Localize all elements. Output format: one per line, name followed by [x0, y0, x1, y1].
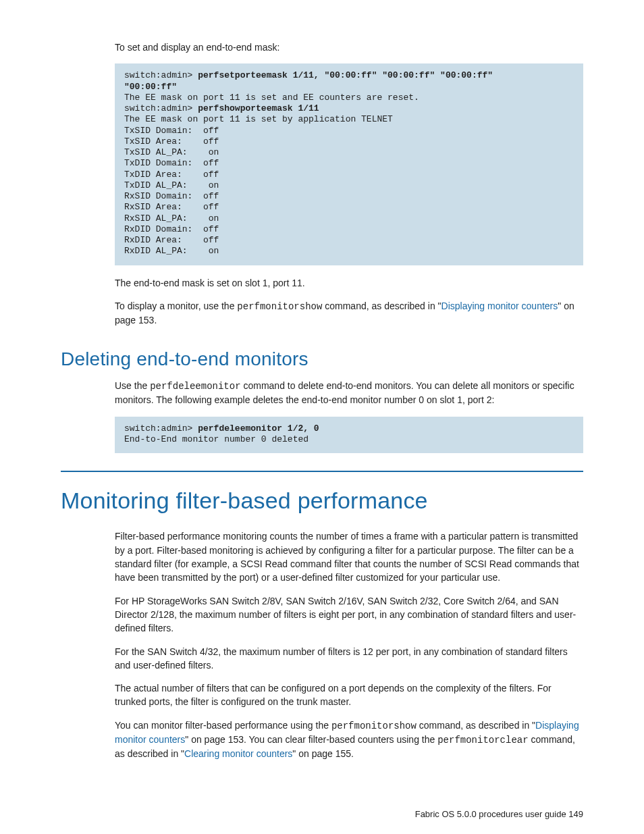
code-line: "00:00:ff": [124, 82, 177, 92]
code-line: RxDID Area: off: [124, 235, 219, 245]
code-line: TxDID AL_PA: on: [124, 180, 219, 190]
code-line: TxDID Area: off: [124, 170, 219, 180]
code-inline: perfmonitorshow: [237, 301, 322, 312]
section-divider: [61, 471, 583, 472]
code-line: perfshowporteemask 1/11: [198, 103, 319, 113]
code-line: End-to-End monitor number 0 deleted: [124, 434, 308, 444]
code-line: TxSID Domain: off: [124, 126, 219, 136]
heading-monitoring-filter-based: Monitoring filter-based performance: [61, 484, 583, 517]
body-text: For HP StorageWorks SAN Switch 2/8V, SAN…: [115, 594, 583, 635]
body-text: The end-to-end mask is set on slot 1, po…: [115, 276, 583, 290]
code-line: The EE mask on port 11 is set by applica…: [124, 114, 393, 124]
code-line: RxSID Domain: off: [124, 191, 219, 201]
code-line: switch:admin>: [124, 423, 198, 434]
body-text: Use the perfdeleemonitor command to dele…: [115, 379, 583, 407]
code-line: RxSID Area: off: [124, 202, 219, 212]
body-text: You can monitor filter-based performance…: [115, 719, 583, 761]
code-line: TxSID Area: off: [124, 136, 219, 147]
text-run: command, as described in ": [417, 720, 535, 731]
page-footer: Fabric OS 5.0.0 procedures user guide 14…: [61, 808, 583, 821]
body-text: The actual number of filters that can be…: [115, 681, 583, 709]
link-displaying-monitor-counters[interactable]: Displaying monitor counters: [441, 301, 558, 311]
code-line: RxDID AL_PA: on: [124, 246, 219, 256]
heading-deleting-ee-monitors: Deleting end-to-end monitors: [61, 346, 583, 373]
code-line: switch:admin>: [124, 103, 198, 113]
text-run: To display a monitor, use the: [115, 301, 237, 311]
code-line: perfsetporteemask 1/11, "00:00:ff" "00:0…: [198, 70, 493, 80]
code-line: RxDID Domain: off: [124, 224, 219, 234]
body-text: For the SAN Switch 4/32, the maximum num…: [115, 645, 583, 673]
code-line: switch:admin>: [124, 70, 198, 80]
text-run: " on page 155.: [292, 748, 354, 759]
code-line: TxSID AL_PA: on: [124, 147, 219, 157]
body-text: To display a monitor, use the perfmonito…: [115, 299, 583, 328]
text-run: You can monitor filter-based performance…: [115, 720, 331, 731]
code-inline: perfdeleemonitor: [150, 381, 240, 392]
code-inline: perfmonitorshow: [331, 721, 417, 731]
text-run: Use the: [115, 380, 150, 391]
link-clearing-monitor-counters[interactable]: Clearing monitor counters: [184, 748, 292, 759]
code-inline: perfmonitorclear: [437, 735, 528, 746]
code-line: TxDID Domain: off: [124, 158, 219, 168]
intro-text: To set and display an end-to-end mask:: [115, 41, 583, 54]
text-run: " on page 153. You can clear filter-base…: [185, 734, 437, 745]
code-line: RxSID AL_PA: on: [124, 213, 219, 224]
code-line: The EE mask on port 11 is set and EE cou…: [124, 93, 419, 103]
text-run: command, as described in ": [322, 301, 441, 311]
code-block-eemask: switch:admin> perfsetporteemask 1/11, "0…: [115, 63, 583, 265]
code-line: perfdeleemonitor 1/2, 0: [198, 423, 319, 434]
code-block-perfdel: switch:admin> perfdeleemonitor 1/2, 0 En…: [115, 417, 583, 454]
body-text: Filter-based performance monitoring coun…: [115, 529, 583, 584]
